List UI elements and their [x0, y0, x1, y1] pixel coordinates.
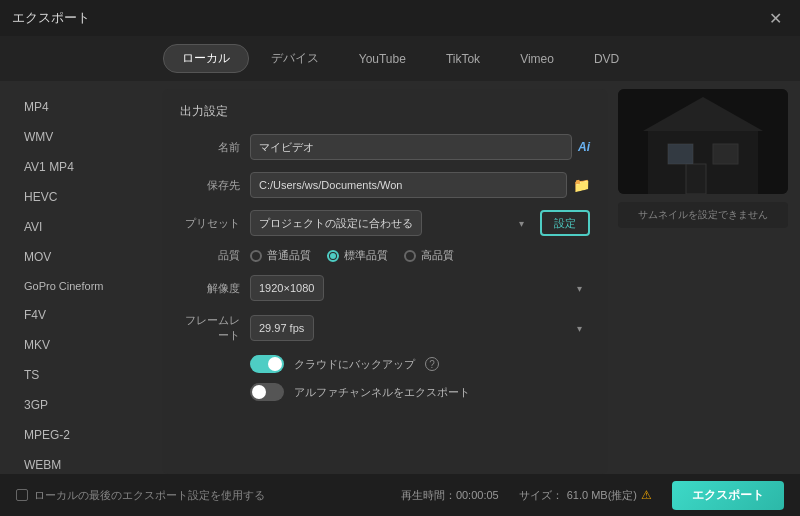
quality-low[interactable]: 普通品質 [250, 248, 311, 263]
size-info: サイズ： 61.0 MB(推定) ⚠ [519, 488, 652, 503]
save-label: 保存先 [180, 178, 240, 193]
sidebar-item-hevc[interactable]: HEVC [12, 183, 152, 211]
alpha-channel-row: アルファチャンネルをエクスポート [250, 383, 590, 401]
sidebar: MP4 WMV AV1 MP4 HEVC AVI MOV GoPro Cinef… [12, 89, 152, 474]
resolution-label: 解像度 [180, 281, 240, 296]
name-row: 名前 Ai [180, 134, 590, 160]
tab-bar: ローカル デバイス YouTube TikTok Vimeo DVD [0, 36, 800, 81]
quality-options: 普通品質 標準品質 高品質 [250, 248, 454, 263]
folder-icon[interactable]: 📁 [573, 177, 590, 193]
quality-high[interactable]: 高品質 [404, 248, 454, 263]
size-value: 61.0 MB(推定) [567, 488, 637, 503]
name-input-group: Ai [250, 134, 590, 160]
save-path-row: 保存先 📁 [180, 172, 590, 198]
quality-high-radio [404, 250, 416, 262]
toggle-knob [268, 357, 282, 371]
duration-info: 再生時間：00:00:05 [401, 488, 499, 503]
quality-label: 品質 [180, 248, 240, 263]
sidebar-item-3gp[interactable]: 3GP [12, 391, 152, 419]
name-input[interactable] [250, 134, 572, 160]
tab-local[interactable]: ローカル [163, 44, 249, 73]
name-label: 名前 [180, 140, 240, 155]
duration-value: 00:00:05 [456, 489, 499, 501]
settings-panel: 出力設定 名前 Ai 保存先 📁 プリセット [162, 89, 608, 474]
sidebar-item-mov[interactable]: MOV [12, 243, 152, 271]
quality-row: 品質 普通品質 標準品質 高品質 [180, 248, 590, 263]
sidebar-item-webm[interactable]: WEBM [12, 451, 152, 474]
svg-rect-6 [668, 144, 693, 164]
main-content: MP4 WMV AV1 MP4 HEVC AVI MOV GoPro Cinef… [0, 81, 800, 474]
sidebar-item-f4v[interactable]: F4V [12, 301, 152, 329]
sidebar-item-mkv[interactable]: MKV [12, 331, 152, 359]
sidebar-item-gopro[interactable]: GoPro Cineform [12, 273, 152, 299]
warning-icon: ⚠ [641, 488, 652, 502]
size-label: サイズ： [519, 488, 563, 503]
preset-select[interactable]: プロジェクトの設定に合わせる [250, 210, 422, 236]
footer: ローカルの最後のエクスポート設定を使用する 再生時間：00:00:05 サイズ：… [0, 474, 800, 516]
thumbnail-no-set[interactable]: サムネイルを設定できません [618, 202, 788, 228]
close-button[interactable]: ✕ [763, 7, 788, 30]
preset-label: プリセット [180, 216, 240, 231]
sidebar-item-ts[interactable]: TS [12, 361, 152, 389]
resolution-row: 解像度 1920×1080 ▾ [180, 275, 590, 301]
export-button[interactable]: エクスポート [672, 481, 784, 510]
settings-button[interactable]: 設定 [540, 210, 590, 236]
preview-thumbnail [618, 89, 788, 194]
section-title: 出力設定 [180, 103, 590, 120]
alpha-channel-label: アルファチャンネルをエクスポート [294, 385, 470, 400]
alpha-toggle-knob [252, 385, 266, 399]
cloud-backup-row: クラウドにバックアップ ? [250, 355, 590, 373]
cloud-backup-label: クラウドにバックアップ [294, 357, 415, 372]
alpha-channel-toggle[interactable] [250, 383, 284, 401]
cloud-backup-help-icon[interactable]: ? [425, 357, 439, 371]
main-panel: 出力設定 名前 Ai 保存先 📁 プリセット [162, 89, 788, 474]
tab-vimeo[interactable]: Vimeo [502, 44, 572, 73]
sidebar-item-mp4[interactable]: MP4 [12, 93, 152, 121]
tab-youtube[interactable]: YouTube [341, 44, 424, 73]
dialog-title: エクスポート [12, 9, 90, 27]
framerate-select[interactable]: 29.97 fps [250, 315, 314, 341]
sidebar-item-avi[interactable]: AVI [12, 213, 152, 241]
framerate-row: フレームレート 29.97 fps ▾ [180, 313, 590, 343]
use-last-settings-label: ローカルの最後のエクスポート設定を使用する [34, 488, 265, 503]
sidebar-item-mpeg2[interactable]: MPEG-2 [12, 421, 152, 449]
quality-standard[interactable]: 標準品質 [327, 248, 388, 263]
svg-rect-5 [686, 164, 706, 194]
quality-standard-radio [327, 250, 339, 262]
title-bar: エクスポート ✕ [0, 0, 800, 36]
cloud-backup-toggle[interactable] [250, 355, 284, 373]
svg-rect-4 [713, 144, 738, 164]
preset-input-group: プロジェクトの設定に合わせる ▾ 設定 [250, 210, 590, 236]
resolution-select[interactable]: 1920×1080 [250, 275, 324, 301]
preview-panel: サムネイルを設定できません [618, 89, 788, 474]
tab-device[interactable]: デバイス [253, 44, 337, 73]
save-path-input[interactable] [250, 172, 567, 198]
sidebar-item-av1mp4[interactable]: AV1 MP4 [12, 153, 152, 181]
tab-dvd[interactable]: DVD [576, 44, 637, 73]
footer-right: 再生時間：00:00:05 サイズ： 61.0 MB(推定) ⚠ エクスポート [401, 481, 784, 510]
framerate-label: フレームレート [180, 313, 240, 343]
tab-tiktok[interactable]: TikTok [428, 44, 498, 73]
sidebar-item-wmv[interactable]: WMV [12, 123, 152, 151]
preset-row: プリセット プロジェクトの設定に合わせる ▾ 設定 [180, 210, 590, 236]
quality-low-radio [250, 250, 262, 262]
duration-label: 再生時間： [401, 489, 456, 501]
save-input-group: 📁 [250, 172, 590, 198]
footer-left: ローカルの最後のエクスポート設定を使用する [16, 488, 265, 503]
ai-icon[interactable]: Ai [578, 140, 590, 154]
use-last-settings-checkbox[interactable] [16, 489, 28, 501]
